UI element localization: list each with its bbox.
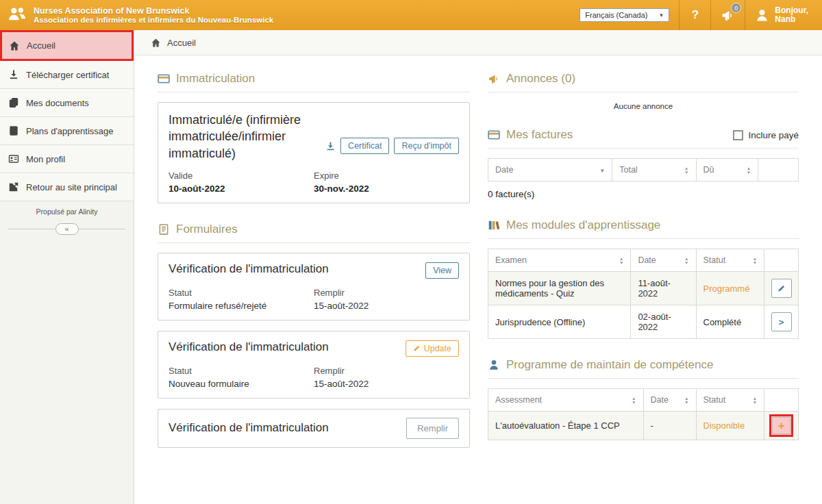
sidebar-item-label: Télécharger certificat (26, 70, 109, 80)
brand: Nurses Association of New Brunswick Asso… (0, 0, 273, 30)
section-title: Programme de maintain de compétence (506, 358, 713, 372)
help-label: ? (692, 8, 699, 22)
home-icon (9, 40, 20, 51)
card-icon (158, 73, 170, 85)
valide-label: Valide (169, 171, 314, 181)
sort-icon: ▲▼ (684, 166, 688, 174)
section-immatriculation-header: Immatriculation (158, 72, 470, 92)
chevron-right-icon: > (779, 317, 784, 327)
formulaire-card: Vérification de l'immatriculation Update… (158, 331, 470, 399)
remplir-value: 15-août-2022 (314, 301, 459, 311)
form-title: Vérification de l'immatriculation (169, 340, 329, 354)
col-header-du[interactable]: Dû▲▼ (696, 159, 758, 181)
divider (8, 229, 55, 229)
sort-icon: ▲▼ (753, 396, 757, 404)
include-paid-toggle[interactable]: Inclure payé (733, 130, 799, 140)
sidebar: Accueil Télécharger certificat Mes docum… (0, 30, 134, 504)
user-menu-button[interactable]: Bonjour, Nanb (745, 0, 822, 30)
org-name-fr: Association des infirmières et infirmier… (34, 16, 273, 24)
expire-value: 30-nov.-2022 (314, 184, 459, 194)
powered-by-label: Propulsé par Alinity (0, 207, 134, 216)
cell-examen: Normes pour la gestion des médicaments -… (488, 272, 631, 305)
section-annonces-header: Annonces (0) (488, 72, 799, 92)
form-title: Vérification de l'immatriculation (169, 262, 329, 276)
greeting-line2: Nanb (775, 15, 808, 24)
table-row: Normes pour la gestion des médicaments -… (488, 272, 799, 305)
col-header-date[interactable]: Date▲▼ (643, 389, 696, 412)
announcements-button[interactable]: 0 (710, 0, 745, 30)
main-content: Immatriculation Immatriculé/e (infirmièr… (134, 55, 822, 504)
sidebar-item-plans-apprentissage[interactable]: Plans d'apprentissage (0, 117, 134, 145)
certificat-button[interactable]: Certificat (340, 138, 389, 154)
remplir-label: Remplir (314, 366, 459, 376)
sidebar-item-retour-site-principal[interactable]: Retour au site principal (0, 173, 134, 201)
statut-label: Statut (169, 288, 314, 298)
col-header-assessment[interactable]: Assessment▲▼ (488, 389, 644, 412)
language-select[interactable]: Français (Canada) ▼ (580, 8, 669, 22)
remplir-label: Remplir (314, 288, 459, 298)
section-factures-header: Mes factures Inclure payé (488, 128, 799, 149)
view-button[interactable]: View (425, 262, 459, 279)
include-paid-checkbox[interactable] (733, 130, 743, 140)
cell-assessment: L'autoévaluation - Étape 1 CCP (488, 412, 644, 440)
section-formulaires-header: Formulaires (158, 223, 470, 243)
annonces-empty-text: Aucune annonce (488, 102, 799, 110)
section-title: Immatriculation (176, 72, 255, 86)
open-module-button[interactable]: > (771, 312, 792, 331)
cell-statut: Programmé (696, 272, 764, 305)
sort-icon: ▲▼ (684, 257, 688, 264)
plus-icon: + (778, 420, 784, 432)
edit-module-button[interactable] (771, 279, 792, 298)
table-row: Jurisprudence (Offline) 02-août-2022 Com… (488, 305, 799, 339)
cell-statut: Disponible (696, 412, 764, 440)
announcements-badge: 0 (731, 3, 741, 13)
breadcrumb-item-accueil[interactable]: Accueil (167, 38, 196, 48)
sidebar-item-mon-profil[interactable]: Mon profil (0, 145, 134, 173)
update-label: Update (424, 344, 451, 353)
app-header: Nurses Association of New Brunswick Asso… (0, 0, 822, 30)
update-button[interactable]: Update (406, 340, 459, 357)
col-header-statut[interactable]: Statut▲▼ (696, 249, 764, 272)
sidebar-item-mes-documents[interactable]: Mes documents (0, 89, 134, 117)
modules-table: Examen▲▼ Date▲▼ Statut▲▼ Normes pour la … (488, 249, 799, 339)
sort-icon: ▲▼ (684, 396, 688, 404)
sidebar-item-label: Plans d'apprentissage (26, 126, 114, 136)
cell-statut: Complété (696, 305, 764, 339)
sort-icon: ▲▼ (753, 257, 757, 264)
col-header-actions (764, 249, 799, 272)
statut-value: Formulaire refusé/rejeté (169, 301, 314, 311)
col-header-statut[interactable]: Statut▲▼ (696, 389, 764, 412)
sidebar-item-label: Mon profil (26, 154, 65, 164)
col-header-actions (764, 389, 799, 412)
section-title: Mes factures (506, 128, 573, 142)
recu-impot-button[interactable]: Reçu d'impôt (394, 138, 459, 154)
col-header-date[interactable]: Date▲▼ (631, 249, 696, 272)
download-icon[interactable] (325, 141, 336, 151)
download-icon (8, 69, 19, 80)
statut-value: Nouveau formulaire (169, 379, 314, 389)
pencil-icon (777, 284, 786, 292)
col-header-examen[interactable]: Examen▲▼ (488, 249, 631, 272)
col-header-total[interactable]: Total▲▼ (612, 159, 696, 181)
form-title: Vérification de l'immatriculation (169, 421, 329, 435)
form-icon (158, 223, 170, 236)
sidebar-item-telecharger-certificat[interactable]: Télécharger certificat (0, 61, 134, 89)
statut-label: Statut (169, 366, 314, 376)
card-icon (488, 129, 500, 141)
home-icon (151, 38, 161, 48)
help-button[interactable]: ? (679, 0, 710, 30)
col-header-date[interactable]: Date▼ (488, 159, 612, 181)
immatriculation-card: Immatriculé/e (infirmière immatriculée/i… (158, 102, 470, 203)
annotation-highlight-box: + (769, 414, 793, 437)
valide-value: 10-août-2022 (169, 184, 314, 194)
sidebar-collapse-button[interactable]: « (55, 223, 79, 235)
book-icon (8, 125, 19, 136)
sidebar-item-accueil[interactable]: Accueil (0, 30, 134, 61)
documents-icon (8, 97, 19, 108)
add-assessment-button[interactable]: + (772, 417, 790, 434)
factures-table: Date▼ Total▲▼ Dû▲▼ (488, 158, 799, 181)
remplir-button[interactable]: Remplir (406, 418, 459, 439)
language-select-value: Français (Canada) (585, 11, 647, 19)
table-header-row: Assessment▲▼ Date▲▼ Statut▲▼ (488, 389, 799, 412)
table-header-row: Date▼ Total▲▼ Dû▲▼ (488, 159, 799, 181)
